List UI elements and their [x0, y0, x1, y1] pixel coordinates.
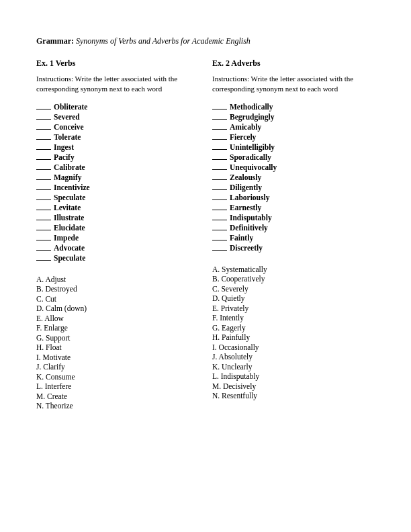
list-item: Amicably [212, 123, 375, 131]
answer-blank[interactable] [36, 240, 51, 240]
word-text: Speculate [54, 193, 85, 202]
answer-blank[interactable] [212, 250, 227, 251]
list-item: B. Destroyed [36, 285, 199, 293]
answer-blank[interactable] [212, 149, 227, 150]
exercise2-title: Ex. 2 Adverbs [212, 58, 375, 69]
list-item: Speculate [36, 254, 199, 262]
answer-blank[interactable] [212, 240, 227, 240]
list-item: I. Motivate [36, 353, 199, 361]
word-text: Indisputably [230, 214, 272, 222]
list-item: Pacify [36, 153, 199, 161]
list-item: G. Eagerly [212, 324, 375, 332]
word-text: Levitate [54, 204, 81, 212]
header-label: Grammar: [36, 36, 74, 46]
word-text: Obliterate [54, 103, 87, 111]
exercise1-column: Ex. 1 Verbs Instructions: Write the lett… [36, 58, 205, 412]
list-item: Laboriously [212, 193, 375, 202]
answer-blank[interactable] [36, 109, 51, 109]
list-item: Diligently [212, 183, 375, 191]
list-item: C. Cut [36, 295, 199, 303]
answer-blank[interactable] [212, 139, 227, 140]
answer-blank[interactable] [36, 189, 51, 190]
word-text: Conceive [54, 123, 84, 131]
answer-blank[interactable] [212, 129, 227, 130]
list-item: D. Calm (down) [36, 304, 199, 312]
exercise1-word-list: ObliterateSeveredConceiveTolerateIngestP… [36, 103, 199, 262]
word-text: Elucidate [54, 224, 85, 232]
answer-blank[interactable] [36, 260, 51, 261]
header-title-text: Synonyms of Verbs and Adverbs for Academ… [76, 36, 250, 46]
word-text: Illustrate [54, 214, 84, 222]
list-item: Faintly [212, 234, 375, 242]
answer-blank[interactable] [36, 119, 51, 120]
word-text: Calibrate [54, 163, 85, 171]
answer-blank[interactable] [212, 230, 227, 230]
list-item: Levitate [36, 204, 199, 212]
word-text: Begrudgingly [230, 113, 274, 121]
answer-blank[interactable] [212, 109, 227, 109]
answer-blank[interactable] [212, 159, 227, 160]
word-text: Severed [54, 113, 80, 121]
answer-blank[interactable] [36, 129, 51, 130]
answer-blank[interactable] [36, 139, 51, 140]
answer-blank[interactable] [36, 169, 51, 170]
exercise2-answer-list: A. SystematicallyB. CooperativelyC. Seve… [212, 265, 375, 400]
list-item: Obliterate [36, 103, 199, 111]
list-item: Impede [36, 234, 199, 242]
list-item: M. Decisively [212, 382, 375, 390]
exercise2-word-list: MethodicallyBegrudginglyAmicablyFiercely… [212, 103, 375, 252]
answer-blank[interactable] [212, 200, 227, 200]
word-text: Unequivocally [230, 163, 277, 171]
list-item: Illustrate [36, 214, 199, 222]
answer-blank[interactable] [36, 200, 51, 200]
list-item: D. Quietly [212, 294, 375, 302]
list-item: L. Indisputably [212, 372, 375, 380]
answer-blank[interactable] [212, 119, 227, 120]
list-item: Speculate [36, 193, 199, 202]
answer-blank[interactable] [212, 169, 227, 170]
answer-blank[interactable] [36, 149, 51, 150]
word-text: Magnify [54, 173, 82, 181]
exercise1-title: Ex. 1 Verbs [36, 58, 199, 69]
list-item: Tolerate [36, 133, 199, 141]
list-item: Discreetly [212, 244, 375, 252]
list-item: Conceive [36, 123, 199, 131]
list-item: Earnestly [212, 204, 375, 212]
list-item: L. Interfere [36, 382, 199, 390]
answer-blank[interactable] [36, 179, 51, 180]
answer-blank[interactable] [212, 220, 227, 220]
answer-blank[interactable] [212, 189, 227, 190]
list-item: Advocate [36, 244, 199, 252]
list-item: N. Resentfully [212, 392, 375, 400]
answer-blank[interactable] [36, 210, 51, 210]
list-item: E. Allow [36, 314, 199, 322]
list-item: M. Create [36, 392, 199, 400]
answer-blank[interactable] [36, 230, 51, 230]
answer-blank[interactable] [36, 250, 51, 251]
word-text: Speculate [54, 254, 85, 262]
list-item: F. Intently [212, 314, 375, 322]
exercise1-answer-list: A. AdjustB. DestroyedC. CutD. Calm (down… [36, 275, 199, 410]
list-item: K. Consume [36, 373, 199, 381]
main-content: Ex. 1 Verbs Instructions: Write the lett… [36, 58, 375, 412]
list-item: Indisputably [212, 214, 375, 222]
list-item: Sporadically [212, 153, 375, 161]
word-text: Tolerate [54, 133, 81, 141]
list-item: Unintelligibly [212, 143, 375, 151]
answer-blank[interactable] [212, 210, 227, 210]
list-item: N. Theorize [36, 402, 199, 410]
word-text: Diligently [230, 183, 262, 191]
list-item: Severed [36, 113, 199, 121]
word-text: Pacify [54, 153, 75, 161]
list-item: K. Unclearly [212, 363, 375, 371]
word-text: Advocate [54, 244, 85, 252]
answer-blank[interactable] [36, 159, 51, 160]
list-item: E. Privately [212, 304, 375, 312]
word-text: Discreetly [230, 244, 263, 252]
list-item: Zealously [212, 173, 375, 181]
answer-blank[interactable] [212, 179, 227, 180]
answer-blank[interactable] [36, 220, 51, 220]
exercise2-column: Ex. 2 Adverbs Instructions: Write the le… [205, 58, 375, 412]
exercise2-instructions: Instructions: Write the letter associate… [212, 74, 375, 95]
list-item: Fiercely [212, 133, 375, 141]
